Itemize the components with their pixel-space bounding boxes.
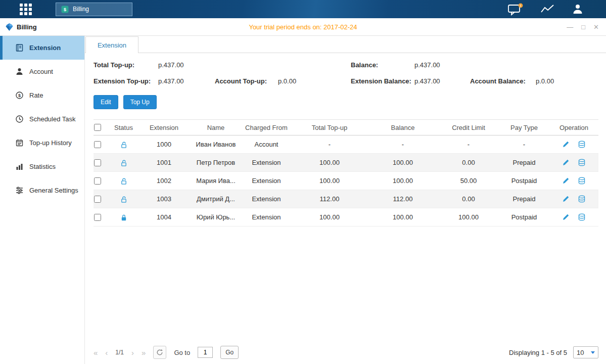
- status-unlock-icon[interactable]: [120, 159, 127, 167]
- credit-limit: 50.00: [438, 177, 499, 185]
- system-topbar: $ Billing !: [0, 0, 606, 18]
- sidebar-item-label: Extension: [29, 44, 61, 52]
- row-checkbox[interactable]: [94, 214, 101, 221]
- extension-name: Мария Ива...: [191, 177, 241, 185]
- balance: 100.00: [367, 177, 438, 185]
- edit-icon[interactable]: [562, 213, 570, 221]
- edit-icon[interactable]: [562, 195, 570, 203]
- refresh-button[interactable]: [153, 346, 166, 359]
- topbar-billing-tab[interactable]: $ Billing: [56, 3, 132, 16]
- trial-notice: Your trial period ends on: 2017-02-24: [0, 23, 606, 31]
- table-row: 1002 Мария Ива... Extension 100.00 100.0…: [94, 172, 598, 190]
- sidebar-item-label: General Settings: [29, 187, 78, 194]
- col-pay-type: Pay Type: [499, 124, 549, 131]
- extension-number: 1003: [137, 195, 191, 203]
- apps-grid-icon[interactable]: [19, 3, 32, 15]
- credit-limit: -: [438, 141, 499, 148]
- billing-gem-icon: [5, 23, 14, 31]
- edit-icon[interactable]: [562, 159, 570, 166]
- prev-page-button[interactable]: ‹: [105, 348, 108, 357]
- first-page-button[interactable]: «: [94, 348, 98, 357]
- table-row: 1003 Дмитрий Д... Extension 112.00 112.0…: [94, 190, 598, 208]
- sidebar-item-scheduled-task[interactable]: Scheduled Task: [0, 107, 84, 131]
- sliders-icon: [15, 186, 24, 195]
- extension-icon: [15, 43, 24, 52]
- tab-extension[interactable]: Extension: [85, 36, 138, 53]
- charged-from: Extension: [241, 213, 292, 221]
- balance-value: p.437.00: [414, 61, 470, 69]
- last-page-button[interactable]: »: [142, 348, 146, 357]
- minimize-button[interactable]: —: [567, 23, 573, 31]
- balance: 100.00: [367, 159, 438, 166]
- balance: -: [367, 141, 438, 148]
- user-icon[interactable]: [572, 3, 584, 15]
- next-page-button[interactable]: ›: [131, 348, 134, 357]
- sidebar-item-rate[interactable]: $ Rate: [0, 83, 84, 107]
- top-up-coins-icon[interactable]: [578, 141, 586, 148]
- sidebar-item-extension[interactable]: Extension: [0, 36, 84, 60]
- top-up-coins-icon[interactable]: [578, 159, 586, 166]
- page-size-value: 10: [577, 349, 584, 356]
- chevron-down-icon: [591, 351, 595, 354]
- col-total-topup: Total Top-up: [292, 124, 367, 131]
- balance: 100.00: [367, 213, 438, 221]
- pay-type: -: [499, 141, 549, 148]
- status-unlock-icon[interactable]: [120, 196, 127, 203]
- balance: 112.00: [367, 195, 438, 203]
- svg-text:$: $: [64, 7, 66, 12]
- total-topup: 112.00: [292, 195, 367, 203]
- sidebar-item-label: Account: [29, 68, 53, 75]
- edit-icon[interactable]: [562, 177, 570, 185]
- pay-type: Postpaid: [499, 177, 549, 185]
- messages-icon[interactable]: !: [507, 3, 523, 16]
- edit-icon[interactable]: [562, 141, 570, 148]
- select-all-checkbox[interactable]: [94, 124, 101, 131]
- row-checkbox[interactable]: [94, 177, 101, 185]
- calendar-icon: [15, 139, 24, 147]
- top-up-coins-icon[interactable]: [578, 213, 586, 221]
- top-up-button[interactable]: Top Up: [123, 95, 157, 109]
- go-button[interactable]: Go: [220, 346, 239, 359]
- extension-content: Total Top-up: p.437.00 Balance: p.437.00…: [85, 53, 606, 341]
- row-checkbox[interactable]: [94, 196, 101, 203]
- close-button[interactable]: ✕: [593, 23, 599, 31]
- charged-from: Account: [241, 141, 292, 148]
- extension-name: Дмитрий Д...: [191, 195, 241, 203]
- status-unlock-icon[interactable]: [120, 141, 127, 149]
- charged-from: Extension: [241, 159, 292, 166]
- account-icon: [15, 67, 24, 76]
- table-body: 1000 Иван Иванов Account - - - -: [94, 135, 598, 226]
- goto-page-input[interactable]: [198, 347, 213, 358]
- page-size-select[interactable]: 10: [573, 346, 598, 358]
- chart-icon[interactable]: [540, 4, 554, 15]
- status-lock-icon[interactable]: [120, 214, 127, 221]
- total-topup: 100.00: [292, 177, 367, 185]
- svg-text:$: $: [18, 93, 21, 98]
- maximize-button[interactable]: □: [581, 23, 585, 31]
- row-checkbox[interactable]: [94, 141, 101, 148]
- sidebar-item-statistics[interactable]: Statistics: [0, 155, 84, 178]
- extension-balance-value: p.437.00: [414, 77, 470, 85]
- refresh-icon: [156, 349, 163, 356]
- col-operation: Operation: [549, 124, 598, 131]
- total-topup: -: [292, 141, 367, 148]
- edit-button[interactable]: Edit: [94, 95, 118, 109]
- row-checkbox[interactable]: [94, 159, 101, 166]
- account-topup-label: Account Top-up:: [215, 77, 278, 85]
- billing-summary: Total Top-up: p.437.00 Balance: p.437.00…: [94, 61, 598, 85]
- sidebar-item-account[interactable]: Account: [0, 60, 84, 83]
- sidebar-item-topup-history[interactable]: Top-up History: [0, 131, 84, 155]
- charged-from: Extension: [241, 195, 292, 203]
- credit-limit: 100.00: [438, 213, 499, 221]
- sidebar-item-general-settings[interactable]: General Settings: [0, 178, 84, 202]
- table-header: Status Extension Name Charged From Total…: [94, 119, 598, 135]
- window-titlebar: Billing Your trial period ends on: 2017-…: [0, 18, 606, 36]
- goto-label: Go to: [174, 349, 190, 356]
- col-credit-limit: Credit Limit: [438, 124, 499, 131]
- top-up-coins-icon[interactable]: [578, 177, 586, 185]
- sidebar-item-label: Rate: [29, 92, 43, 99]
- credit-limit: 0.00: [438, 159, 499, 166]
- top-up-coins-icon[interactable]: [578, 195, 586, 203]
- charged-from: Extension: [241, 177, 292, 185]
- status-unlock-icon[interactable]: [120, 177, 127, 185]
